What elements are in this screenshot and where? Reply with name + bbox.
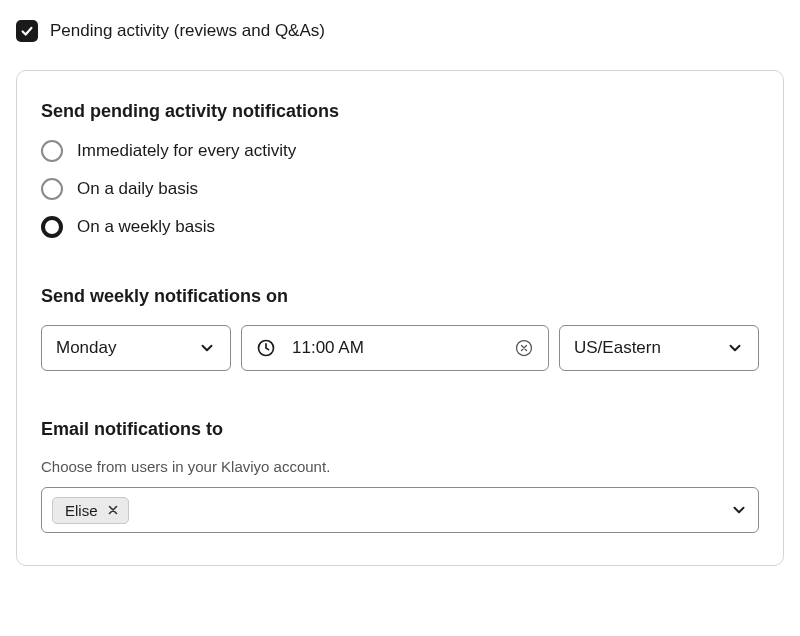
clear-icon[interactable]	[514, 338, 534, 358]
radio-weekly[interactable]: On a weekly basis	[41, 216, 759, 238]
schedule-section: Send weekly notifications on Monday 11:0…	[41, 286, 759, 371]
day-value: Monday	[56, 338, 116, 358]
close-icon[interactable]	[106, 503, 120, 517]
day-select[interactable]: Monday	[41, 325, 231, 371]
frequency-heading: Send pending activity notifications	[41, 101, 759, 122]
email-help-text: Choose from users in your Klaviyo accoun…	[41, 458, 759, 475]
recipient-name: Elise	[65, 502, 98, 519]
radio-circle-icon	[41, 140, 63, 162]
settings-panel: Send pending activity notifications Imme…	[16, 70, 784, 566]
timezone-select[interactable]: US/Eastern	[559, 325, 759, 371]
radio-label: Immediately for every activity	[77, 141, 296, 161]
time-value: 11:00 AM	[292, 338, 498, 358]
time-input[interactable]: 11:00 AM	[241, 325, 549, 371]
recipient-chip: Elise	[52, 497, 129, 524]
email-heading: Email notifications to	[41, 419, 759, 440]
clock-icon	[256, 338, 276, 358]
pending-activity-label: Pending activity (reviews and Q&As)	[50, 21, 325, 41]
radio-label: On a weekly basis	[77, 217, 215, 237]
recipient-chips: Elise	[52, 497, 129, 524]
chevron-down-icon	[198, 339, 216, 357]
schedule-heading: Send weekly notifications on	[41, 286, 759, 307]
frequency-radio-group: Immediately for every activity On a dail…	[41, 140, 759, 238]
timezone-value: US/Eastern	[574, 338, 661, 358]
email-section: Email notifications to Choose from users…	[41, 419, 759, 533]
radio-immediately[interactable]: Immediately for every activity	[41, 140, 759, 162]
chevron-down-icon	[726, 339, 744, 357]
radio-label: On a daily basis	[77, 179, 198, 199]
radio-circle-icon	[41, 216, 63, 238]
pending-activity-row: Pending activity (reviews and Q&As)	[16, 20, 784, 42]
recipients-select[interactable]: Elise	[41, 487, 759, 533]
schedule-fields: Monday 11:00 AM US/Eastern	[41, 325, 759, 371]
frequency-section: Send pending activity notifications Imme…	[41, 101, 759, 238]
radio-circle-icon	[41, 178, 63, 200]
check-icon	[20, 24, 34, 38]
chevron-down-icon	[730, 501, 748, 519]
pending-activity-checkbox[interactable]	[16, 20, 38, 42]
radio-daily[interactable]: On a daily basis	[41, 178, 759, 200]
